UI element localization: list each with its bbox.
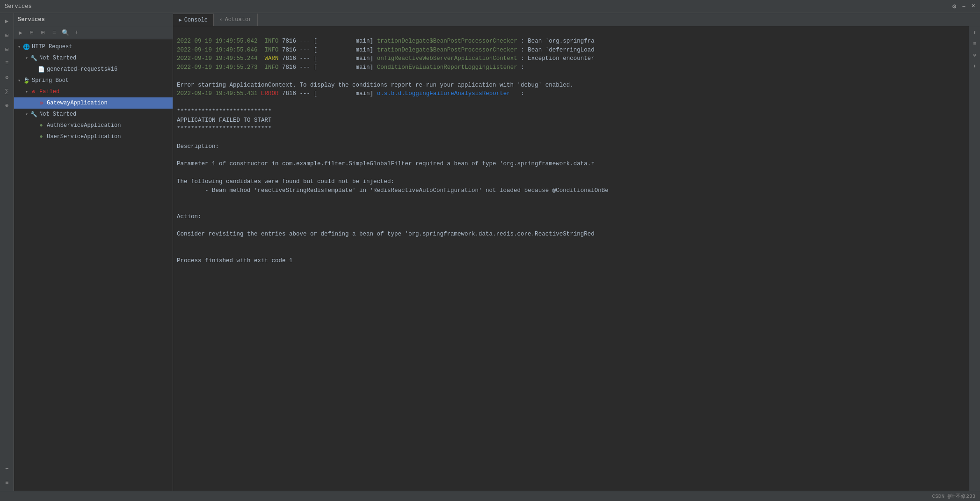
tab-actuator[interactable]: ⚡ Actuator bbox=[214, 14, 258, 26]
tree-item-auth-service[interactable]: ● AuthServiceApplication bbox=[14, 120, 173, 131]
console-icon-scroll-bottom[interactable]: ⬇ bbox=[971, 62, 979, 70]
icon-user-dot: ● bbox=[37, 133, 45, 140]
log-exit-code: Process finished with exit code 1 bbox=[177, 258, 293, 264]
log-error-starting: Error starting ApplicationContext. To di… bbox=[177, 82, 573, 88]
console-right-icons: ⬆ ≡ ⊗ ⬇ bbox=[969, 26, 980, 491]
icon-spring-boot: 🍃 bbox=[22, 77, 30, 84]
log-line-4: 2022-09-19 19:49:55.273 INFO 7816 --- [ … bbox=[177, 64, 524, 71]
arrow-user bbox=[31, 133, 37, 140]
console-icon-clear[interactable]: ⊗ bbox=[971, 51, 979, 59]
console-tab-bar: ▶ Console ⚡ Actuator bbox=[173, 13, 980, 26]
sidebar-icon-menu[interactable]: ≡ bbox=[2, 478, 12, 488]
arrow-gateway bbox=[31, 100, 37, 106]
sidebar-icon-run[interactable]: ▶ bbox=[2, 16, 12, 26]
icon-gateway-error: ⊗ bbox=[37, 99, 45, 107]
toolbar-btn-search[interactable]: 🔍 bbox=[61, 28, 70, 37]
sidebar-icon-collapse[interactable]: ⊟ bbox=[2, 44, 12, 54]
log-candidate-1: - Bean method 'reactiveStringRedisTempla… bbox=[177, 187, 609, 194]
log-description-label: Description: bbox=[177, 143, 219, 150]
sidebar-icon-grid[interactable]: ⊞ bbox=[2, 30, 12, 40]
sidebar-icon-settings[interactable]: ⚙ bbox=[2, 72, 12, 82]
sidebar-icon-sigma[interactable]: ∑ bbox=[2, 86, 12, 96]
arrow-http-request: ▾ bbox=[16, 44, 22, 50]
settings-icon[interactable]: ⚙ bbox=[952, 2, 956, 10]
title-bar-text: Services bbox=[5, 3, 32, 10]
log-action-text: Consider revisiting the entries above or… bbox=[177, 231, 595, 237]
arrow-spring-boot: ▾ bbox=[16, 77, 22, 84]
arrow-generated bbox=[31, 66, 37, 73]
icon-auth-dot: ● bbox=[37, 122, 45, 129]
icon-http-request: 🌐 bbox=[22, 43, 30, 51]
tree-item-spring-boot[interactable]: ▾ 🍃 Spring Boot bbox=[14, 75, 173, 86]
toolbar-btn-add[interactable]: + bbox=[72, 28, 81, 37]
log-stars-2: *************************** bbox=[177, 125, 272, 132]
log-line-error: 2022-09-19 19:49:55.431 ERROR 7816 --- [… bbox=[177, 90, 524, 97]
close-icon[interactable]: × bbox=[972, 2, 975, 10]
status-bar-text: CSDN @叶不修233 bbox=[932, 493, 975, 500]
label-gateway-app: GatewayApplication bbox=[47, 100, 108, 106]
left-sidebar-icons: ▶ ⊞ ⊟ ≡ ⚙ ∑ ⊕ ⬅ ≡ bbox=[0, 13, 14, 491]
console-content: 2022-09-19 19:49:55.042 INFO 7816 --- [ … bbox=[173, 26, 969, 491]
log-line-1: 2022-09-19 19:49:55.042 INFO 7816 --- [ … bbox=[177, 38, 595, 44]
actuator-tab-label: Actuator bbox=[225, 16, 252, 23]
sidebar-icon-back[interactable]: ⬅ bbox=[2, 464, 12, 474]
icon-wrench-1: 🔧 bbox=[30, 54, 37, 62]
services-title: Services bbox=[18, 16, 45, 23]
label-user-service: UserServiceApplication bbox=[47, 133, 121, 140]
services-toolbar: ▶ ⊟ ⊞ ≡ 🔍 + bbox=[14, 26, 173, 39]
title-bar-actions: ⚙ – × bbox=[952, 2, 975, 10]
log-candidates-label: The following candidates were found but … bbox=[177, 178, 394, 185]
toolbar-btn-collapse-all[interactable]: ⊟ bbox=[27, 28, 36, 37]
tree-item-user-service[interactable]: ● UserServiceApplication bbox=[14, 131, 173, 142]
status-bar: CSDN @叶不修233 bbox=[0, 491, 980, 501]
minimize-icon[interactable]: – bbox=[962, 2, 965, 10]
tree-item-not-started-2[interactable]: ▾ 🔧 Not Started bbox=[14, 109, 173, 120]
tab-console[interactable]: ▶ Console bbox=[173, 14, 214, 26]
tree-item-failed[interactable]: ▾ ⊗ Failed bbox=[14, 86, 173, 97]
toolbar-btn-expand-all[interactable]: ⊞ bbox=[38, 28, 48, 37]
right-panel: ▶ Console ⚡ Actuator 2022-09-19 19:49:55… bbox=[173, 13, 980, 491]
label-auth-service: AuthServiceApplication bbox=[47, 122, 121, 129]
sidebar-icon-filter[interactable]: ≡ bbox=[2, 58, 12, 68]
label-not-started-1: Not Started bbox=[39, 55, 76, 61]
title-bar: Services ⚙ – × bbox=[0, 0, 980, 13]
label-generated-requests: generated-requests#16 bbox=[47, 66, 117, 73]
log-line-2: 2022-09-19 19:49:55.046 INFO 7816 --- [ … bbox=[177, 47, 595, 53]
log-action-label: Action: bbox=[177, 214, 202, 220]
toolbar-btn-run[interactable]: ▶ bbox=[16, 28, 25, 37]
console-tab-label: Console bbox=[184, 17, 208, 23]
log-app-failed: APPLICATION FAILED TO START bbox=[177, 117, 272, 124]
services-header: Services bbox=[14, 13, 173, 26]
sidebar-icon-plus[interactable]: ⊕ bbox=[2, 100, 12, 111]
console-tab-icon: ▶ bbox=[179, 17, 182, 23]
label-spring-boot: Spring Boot bbox=[32, 77, 69, 84]
arrow-not-started-1: ▾ bbox=[23, 55, 30, 61]
tree-item-generated-requests[interactable]: 📄 generated-requests#16 bbox=[14, 64, 173, 75]
actuator-tab-icon: ⚡ bbox=[219, 17, 223, 23]
log-line-3: 2022-09-19 19:49:55.244 WARN 7816 --- [ … bbox=[177, 55, 595, 62]
icon-generated-requests: 📄 bbox=[37, 66, 45, 73]
arrow-not-started-2: ▾ bbox=[23, 111, 30, 118]
label-http-request: HTTP Request bbox=[32, 44, 72, 50]
tree-item-http-request[interactable]: ▾ 🌐 HTTP Request bbox=[14, 41, 173, 52]
console-icon-filter[interactable]: ≡ bbox=[971, 39, 979, 48]
log-stars-1: *************************** bbox=[177, 108, 272, 115]
icon-failed: ⊗ bbox=[30, 88, 37, 96]
tree-item-gateway-app[interactable]: ⊗ GatewayApplication bbox=[14, 97, 173, 109]
arrow-failed: ▾ bbox=[23, 88, 30, 95]
label-failed: Failed bbox=[39, 88, 59, 95]
console-icon-scroll-top[interactable]: ⬆ bbox=[971, 28, 979, 37]
services-panel: Services ▶ ⊟ ⊞ ≡ 🔍 + ▾ 🌐 HTTP Request ▾ … bbox=[14, 13, 173, 491]
label-not-started-2: Not Started bbox=[39, 111, 76, 118]
toolbar-btn-filter[interactable]: ≡ bbox=[50, 28, 59, 37]
arrow-auth bbox=[31, 122, 37, 129]
services-tree: ▾ 🌐 HTTP Request ▾ 🔧 Not Started 📄 gener… bbox=[14, 39, 173, 491]
icon-wrench-2: 🔧 bbox=[30, 111, 37, 118]
tree-item-not-started-1[interactable]: ▾ 🔧 Not Started bbox=[14, 52, 173, 64]
log-description-text: Parameter 1 of constructor in com.exampl… bbox=[177, 161, 595, 167]
